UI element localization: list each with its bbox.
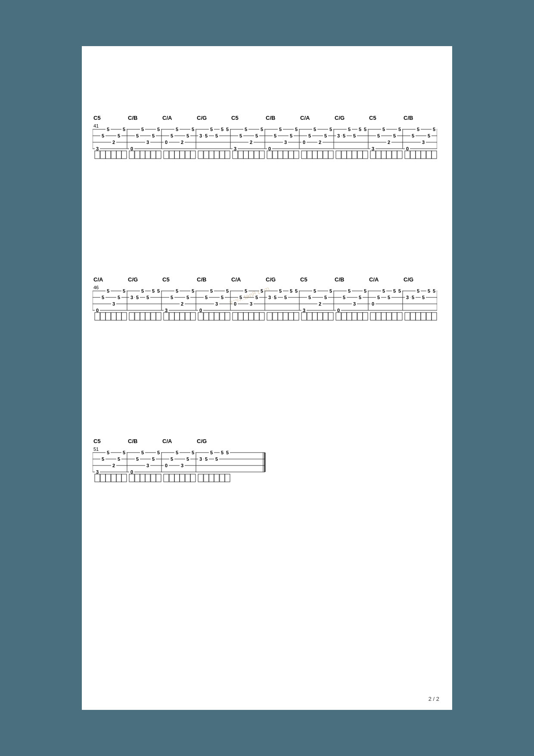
svg-text:5: 5	[393, 288, 396, 294]
svg-text:0: 0	[303, 140, 305, 145]
svg-text:5: 5	[107, 127, 109, 132]
svg-rect-363	[151, 312, 156, 320]
svg-text:3: 3	[199, 133, 202, 138]
svg-text:5: 5	[123, 288, 125, 294]
svg-text:5: 5	[152, 288, 155, 294]
svg-text:3: 3	[353, 301, 356, 306]
svg-rect-392	[317, 312, 323, 320]
svg-text:5: 5	[171, 133, 173, 138]
svg-text:5: 5	[308, 133, 311, 138]
svg-rect-182	[301, 151, 307, 159]
svg-text:5: 5	[417, 127, 419, 132]
svg-text:5: 5	[433, 127, 435, 132]
svg-text:5: 5	[141, 450, 144, 455]
svg-text:5: 5	[215, 133, 218, 138]
svg-text:2: 2	[250, 140, 252, 145]
svg-rect-187	[328, 151, 333, 159]
svg-rect-383	[267, 312, 272, 320]
svg-text:3: 3	[181, 463, 183, 468]
svg-text:5: 5	[329, 127, 332, 132]
svg-rect-398	[352, 312, 357, 320]
svg-text:5: 5	[388, 295, 390, 300]
section-1: C5 C/B C/A C/G C5 C/B C/A C/G C5 C/B 41	[93, 113, 441, 171]
svg-rect-149	[111, 151, 116, 159]
svg-rect-171	[238, 151, 243, 159]
svg-text:C/B: C/B	[404, 115, 413, 121]
svg-rect-177	[273, 151, 278, 159]
svg-rect-168	[220, 151, 225, 159]
svg-text:5: 5	[417, 288, 419, 294]
svg-text:5: 5	[382, 288, 385, 294]
svg-rect-205	[432, 151, 437, 159]
svg-rect-366	[169, 312, 174, 320]
svg-text:5: 5	[136, 456, 139, 462]
svg-rect-154	[140, 151, 145, 159]
svg-rect-166	[209, 151, 214, 159]
svg-text:C5: C5	[231, 115, 239, 121]
svg-text:3: 3	[234, 146, 236, 151]
svg-text:5: 5	[171, 456, 173, 462]
svg-rect-499	[225, 474, 230, 482]
svg-rect-189	[342, 151, 347, 159]
svg-text:3: 3	[268, 295, 271, 300]
svg-text:3: 3	[406, 295, 409, 300]
svg-text:5: 5	[412, 133, 414, 138]
svg-text:C/B: C/B	[266, 115, 275, 121]
svg-text:5: 5	[192, 127, 194, 132]
svg-rect-497	[214, 474, 219, 482]
svg-text:51: 51	[93, 447, 99, 452]
svg-rect-157	[156, 151, 161, 159]
svg-rect-151	[121, 151, 127, 159]
svg-text:5: 5	[245, 127, 247, 132]
svg-rect-184	[312, 151, 317, 159]
svg-rect-188	[336, 151, 341, 159]
svg-rect-146	[95, 151, 100, 159]
svg-rect-498	[220, 474, 225, 482]
svg-rect-476	[95, 474, 100, 482]
svg-rect-490	[174, 474, 180, 482]
svg-rect-411	[426, 312, 432, 320]
svg-text:3: 3	[130, 295, 133, 300]
tab-notation-2: C/A C/G C5 C/B C/A C/G C5 C/B C/A C/G 46	[93, 275, 437, 331]
svg-rect-161	[180, 151, 185, 159]
svg-rect-494	[198, 474, 203, 482]
svg-text:5: 5	[239, 133, 242, 138]
svg-rect-186	[323, 151, 328, 159]
svg-rect-412	[432, 312, 437, 320]
svg-rect-394	[328, 312, 333, 320]
svg-rect-191	[352, 151, 357, 159]
svg-rect-410	[421, 312, 426, 320]
svg-text:5: 5	[428, 288, 430, 294]
svg-rect-358	[121, 312, 127, 320]
svg-rect-147	[100, 151, 106, 159]
svg-rect-190	[347, 151, 352, 159]
svg-rect-362	[145, 312, 150, 320]
svg-rect-164	[198, 151, 203, 159]
svg-text:5: 5	[107, 288, 109, 294]
svg-text:5: 5	[295, 288, 298, 294]
svg-text:3: 3	[96, 469, 99, 475]
svg-text:5: 5	[123, 450, 125, 455]
svg-text:0: 0	[268, 146, 271, 151]
svg-text:5: 5	[176, 288, 178, 294]
svg-text:5: 5	[398, 288, 401, 294]
svg-rect-479	[111, 474, 116, 482]
svg-text:5: 5	[192, 288, 194, 294]
svg-rect-477	[100, 474, 106, 482]
svg-text:C/B: C/B	[128, 115, 137, 121]
svg-text:5: 5	[210, 288, 213, 294]
svg-text:5: 5	[255, 133, 258, 138]
svg-text:0: 0	[234, 301, 236, 306]
svg-text:C/A: C/A	[369, 276, 379, 283]
svg-text:5: 5	[192, 450, 194, 455]
svg-text:5: 5	[245, 288, 247, 294]
svg-text:C/G: C/G	[197, 438, 207, 444]
svg-rect-373	[209, 312, 214, 320]
svg-rect-379	[243, 312, 248, 320]
svg-text:5: 5	[136, 295, 139, 300]
svg-text:5: 5	[118, 133, 120, 138]
svg-rect-367	[174, 312, 180, 320]
svg-text:C/A: C/A	[300, 115, 310, 121]
svg-rect-185	[317, 151, 323, 159]
svg-rect-365	[164, 312, 169, 320]
